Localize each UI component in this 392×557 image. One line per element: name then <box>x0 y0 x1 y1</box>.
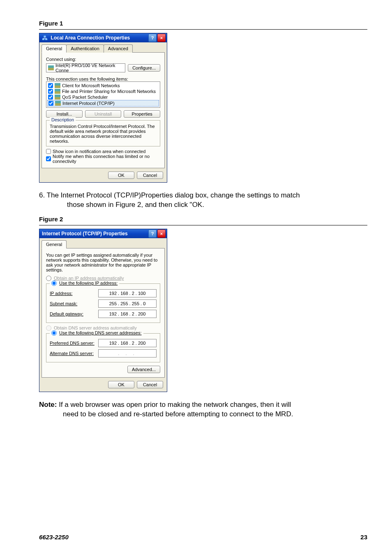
radio-label: Use the following DNS server addresses: <box>59 330 142 335</box>
adapter-field[interactable]: Intel(R) PRO/100 VE Network Conne <box>46 63 125 72</box>
checkbox[interactable] <box>46 149 51 154</box>
radio[interactable] <box>51 281 57 286</box>
cancel-button[interactable]: Cancel <box>137 172 163 179</box>
step-6-text: 6. The Internet Protocol (TCP/IP)Propert… <box>39 191 367 210</box>
divider <box>39 225 367 225</box>
list-item-selected[interactable]: Internet Protocol (TCP/IP) <box>47 100 159 107</box>
radio-label: Obtain DNS server address automatically <box>54 325 137 330</box>
ip-group: Use the following IP address: IP address… <box>46 283 160 323</box>
window-title: Local Area Connection Properties <box>42 35 130 41</box>
ok-button[interactable]: OK <box>108 381 134 388</box>
svg-rect-1 <box>45 39 47 40</box>
titlebar: Internet Protocol (TCP/IP) Properties ? … <box>39 229 167 238</box>
tab-authentication[interactable]: Authentication <box>66 44 104 53</box>
window-title-text: Internet Protocol (TCP/IP) Properties <box>42 231 128 237</box>
configure-button[interactable]: Configure... <box>128 64 160 72</box>
ip-address-field[interactable]: 192 . 168 . 2 . 100 <box>98 289 157 297</box>
radio-label: Use the following IP address: <box>59 281 118 285</box>
group-title: Use the following IP address: <box>50 281 119 286</box>
page-footer: 6623-2250 23 <box>39 534 367 541</box>
tabs: General <box>42 240 165 248</box>
ok-button[interactable]: OK <box>108 172 134 179</box>
notify-label: Notify me when this connection has limit… <box>53 154 160 164</box>
alternate-dns-field[interactable]: . . . <box>98 349 157 357</box>
svg-rect-2 <box>44 36 46 37</box>
close-button[interactable]: × <box>157 230 166 238</box>
group-title: Use the following DNS server addresses: <box>50 330 143 336</box>
note-label: Note: <box>39 401 57 408</box>
show-icon-label: Show icon in notification area when conn… <box>53 149 145 154</box>
network-icon <box>42 35 48 41</box>
tab-general[interactable]: General <box>42 44 67 53</box>
ip-address-label: IP address: <box>50 291 72 296</box>
subnet-mask-field[interactable]: 255 . 255 . 255 . 0 <box>98 299 157 308</box>
page-number: 23 <box>360 534 367 541</box>
service-icon <box>55 89 60 94</box>
description-group: Description Transmission Control Protoco… <box>46 120 160 146</box>
step-6-line2: those shown in Figure 2, and then click … <box>67 200 367 210</box>
dns-group: Use the following DNS server addresses: … <box>46 333 160 362</box>
checkbox[interactable] <box>48 101 53 106</box>
tab-panel-general: You can get IP settings assigned automat… <box>42 248 165 378</box>
advanced-button[interactable]: Advanced... <box>127 366 160 373</box>
tab-panel-general: Connect using: Intel(R) PRO/100 VE Netwo… <box>42 53 165 168</box>
description-title: Description <box>50 117 76 122</box>
description-text: Transmission Control Protocol/Internet P… <box>50 124 157 144</box>
tab-general[interactable]: General <box>42 240 67 248</box>
default-gateway-label: Default gateway: <box>50 311 83 316</box>
alternate-dns-label: Alternate DNS server: <box>50 351 94 356</box>
window-title-text: Local Area Connection Properties <box>51 35 130 41</box>
items-heading: This connection uses the following items… <box>46 77 160 81</box>
cancel-button[interactable]: Cancel <box>137 381 163 388</box>
dialog-local-area-connection: Local Area Connection Properties ? × Gen… <box>39 33 167 183</box>
radio[interactable] <box>51 330 57 336</box>
figure-1-label: Figure 1 <box>39 20 367 27</box>
connect-using-label: Connect using: <box>46 57 160 62</box>
divider <box>39 29 367 30</box>
checkbox[interactable] <box>48 95 53 100</box>
help-button[interactable]: ? <box>148 230 157 238</box>
tab-advanced[interactable]: Advanced <box>104 44 133 53</box>
install-button[interactable]: Install... <box>46 110 83 118</box>
help-text: You can get IP settings assigned automat… <box>46 253 160 272</box>
note-text: Note: If a web browser was open prior to… <box>39 400 367 419</box>
list-item-label: Internet Protocol (TCP/IP) <box>62 101 115 106</box>
document-number: 6623-2250 <box>39 534 69 541</box>
list-item[interactable]: Client for Microsoft Networks <box>47 83 159 88</box>
help-button[interactable]: ? <box>148 34 157 42</box>
figure-2-label: Figure 2 <box>39 216 367 223</box>
note-line2: need to be closed and re-started before … <box>63 410 367 419</box>
adapter-name: Intel(R) PRO/100 VE Network Conne <box>55 63 123 73</box>
show-icon-option[interactable]: Show icon in notification area when conn… <box>46 149 160 154</box>
client-icon <box>55 83 60 88</box>
titlebar-buttons: ? × <box>148 230 166 238</box>
svg-rect-0 <box>42 39 44 40</box>
close-button[interactable]: × <box>157 34 166 42</box>
component-list[interactable]: Client for Microsoft Networks File and P… <box>46 81 160 108</box>
titlebar: Local Area Connection Properties ? × <box>39 33 167 42</box>
list-item[interactable]: QoS Packet Scheduler <box>47 94 159 100</box>
notify-option[interactable]: Notify me when this connection has limit… <box>46 154 160 164</box>
radio-label: Obtain an IP address automatically <box>54 276 124 281</box>
preferred-dns-label: Preferred DNS server: <box>50 341 95 346</box>
step-6-line1: 6. The Internet Protocol (TCP/IP)Propert… <box>39 191 300 199</box>
checkbox[interactable] <box>46 156 51 161</box>
preferred-dns-field[interactable]: 192 . 168 . 2 . 200 <box>98 339 157 347</box>
uninstall-button: Uninstall <box>85 110 122 118</box>
note-line1: If a web browser was open prior to makin… <box>57 401 291 408</box>
adapter-icon <box>48 65 54 70</box>
list-item[interactable]: File and Printer Sharing for Microsoft N… <box>47 88 159 94</box>
checkbox[interactable] <box>48 89 53 94</box>
service-icon <box>55 95 60 100</box>
protocol-icon <box>55 101 61 106</box>
list-item-label: Client for Microsoft Networks <box>62 83 120 88</box>
default-gateway-field[interactable]: 192 . 168 . 2 . 200 <box>98 310 157 318</box>
properties-button[interactable]: Properties <box>124 110 160 118</box>
dialog-tcpip-properties: Internet Protocol (TCP/IP) Properties ? … <box>39 229 167 392</box>
tabs: General Authentication Advanced <box>42 44 165 53</box>
checkbox[interactable] <box>48 83 53 88</box>
list-item-label: File and Printer Sharing for Microsoft N… <box>62 89 156 94</box>
titlebar-buttons: ? × <box>148 34 166 42</box>
subnet-mask-label: Subnet mask: <box>50 301 77 306</box>
list-item-label: QoS Packet Scheduler <box>62 95 108 100</box>
